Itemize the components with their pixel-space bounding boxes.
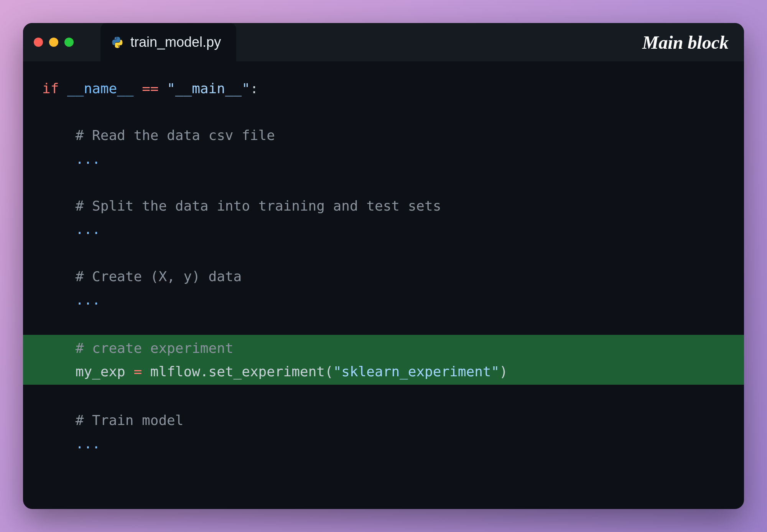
func-set-experiment: set_experiment — [209, 364, 325, 379]
titlebar: train_model.py Main block — [23, 23, 744, 61]
blank-line — [23, 385, 744, 408]
code-line: # create experiment — [23, 336, 744, 360]
comment: # Create (X, y) data — [76, 268, 242, 284]
close-button[interactable] — [34, 38, 43, 47]
traffic-lights — [34, 38, 74, 47]
comment: # create experiment — [76, 340, 234, 356]
variable-my-exp: my_exp — [76, 364, 125, 379]
paren-close: ) — [499, 364, 508, 379]
code-line: ... — [23, 432, 744, 455]
minimize-button[interactable] — [49, 38, 58, 47]
ellipsis: ... — [76, 436, 100, 451]
tab-filename: train_model.py — [130, 34, 221, 50]
highlighted-code-block: # create experiment my_exp = mlflow.set_… — [23, 335, 744, 385]
file-tab[interactable]: train_model.py — [100, 23, 236, 61]
comment: # Read the data csv file — [76, 127, 275, 143]
python-icon — [112, 36, 124, 48]
ellipsis: ... — [76, 221, 100, 237]
colon: : — [250, 81, 258, 96]
comment: # Split the data into training and test … — [76, 198, 441, 214]
code-line: my_exp = mlflow.set_experiment("sklearn_… — [23, 360, 744, 383]
code-line: # Create (X, y) data — [23, 265, 744, 288]
operator-assign: = — [133, 364, 142, 379]
code-line: ... — [23, 217, 744, 241]
ellipsis: ... — [76, 151, 100, 167]
code-line: ... — [23, 147, 744, 171]
dunder-name: __name__ — [67, 81, 133, 96]
code-editor[interactable]: if __name__ == "__main__": # Read the da… — [23, 61, 744, 467]
string-experiment-name: "sklearn_experiment" — [333, 364, 499, 379]
window-title: Main block — [642, 32, 729, 53]
code-line: ... — [23, 288, 744, 311]
keyword-if: if — [42, 81, 59, 96]
dot: . — [200, 364, 209, 379]
code-line: # Read the data csv file — [23, 124, 744, 147]
operator-eq: == — [142, 81, 158, 96]
blank-line — [23, 311, 744, 335]
code-line: # Split the data into training and test … — [23, 194, 744, 217]
code-line: # Train model — [23, 408, 744, 432]
code-line: if __name__ == "__main__": — [23, 77, 744, 100]
ellipsis: ... — [76, 292, 100, 308]
editor-window: train_model.py Main block if __name__ ==… — [23, 23, 744, 509]
blank-line — [23, 171, 744, 194]
blank-line — [23, 241, 744, 264]
string-main: "__main__" — [167, 81, 250, 96]
blank-line — [23, 100, 744, 124]
maximize-button[interactable] — [64, 38, 74, 47]
paren-open: ( — [325, 364, 333, 379]
comment: # Train model — [76, 412, 184, 428]
module-mlflow: mlflow — [150, 364, 200, 379]
